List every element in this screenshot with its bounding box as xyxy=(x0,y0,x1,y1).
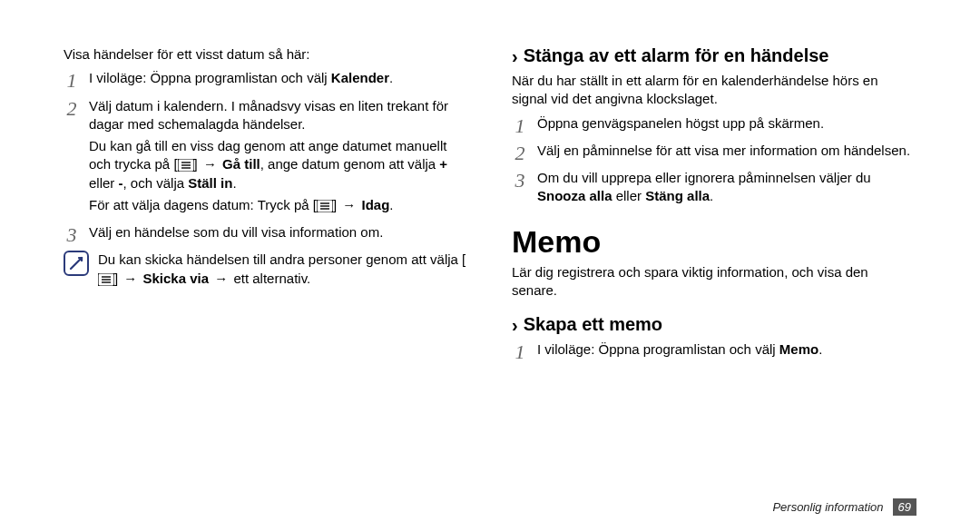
section-heading-memo: Memo xyxy=(512,224,916,260)
text: . xyxy=(389,70,393,85)
bold-ga-till: Gå till xyxy=(219,156,260,172)
arrow-icon: → xyxy=(340,197,358,212)
step-body: Välj en påminnelse för att visa mer info… xyxy=(537,142,910,163)
text: I viloläge: Öppna programlistan och välj xyxy=(89,70,331,85)
text: , ange datum genom att välja xyxy=(260,156,440,172)
chevron-right-icon: › xyxy=(512,315,518,336)
menu-icon xyxy=(98,273,114,286)
step-body: I viloläge: Öppna programlistan och välj… xyxy=(89,69,393,91)
text: Välj en påminnelse för att visa mer info… xyxy=(537,142,910,160)
step-1: 1 I viloläge: Öppna programlistan och vä… xyxy=(512,340,916,362)
text: För att välja dagens datum: Tryck på [ xyxy=(89,197,317,212)
text: . xyxy=(232,175,236,191)
text: . xyxy=(389,197,393,212)
text: . xyxy=(818,341,822,357)
step-number: 3 xyxy=(512,169,528,191)
step-3: 3 Välj en händelse som du vill visa info… xyxy=(64,223,468,245)
step-body: I viloläge: Öppna programlistan och välj… xyxy=(537,340,822,362)
note: Du kan skicka händelsen till andra perso… xyxy=(64,251,468,288)
text: , och välja xyxy=(123,175,189,191)
step-number: 1 xyxy=(64,69,80,91)
step-1: 1 Öppna genvägspanelen högst upp på skär… xyxy=(512,114,916,136)
bold-idag: Idag xyxy=(358,197,389,212)
page-body: Visa händelser för ett visst datum så hä… xyxy=(0,0,980,404)
bold-skicka-via: Skicka via xyxy=(139,271,209,286)
text: I viloläge: Öppna programlistan och välj xyxy=(537,341,779,357)
text: Välj en händelse som du vill visa inform… xyxy=(89,223,383,241)
step-number: 3 xyxy=(64,223,80,245)
step-body: Öppna genvägspanelen högst upp på skärme… xyxy=(537,114,824,136)
text: Välj datum i kalendern. I månadsvy visas… xyxy=(89,97,468,134)
text: . xyxy=(710,188,713,203)
heading-text: Stänga av ett alarm för en händelse xyxy=(524,45,829,66)
intro-text: Visa händelser för ett visst datum så hä… xyxy=(64,45,468,64)
bold-snooza: Snooza alla xyxy=(537,188,612,203)
text: eller xyxy=(89,175,119,191)
text: ett alternativ. xyxy=(233,271,310,286)
step-body: Om du vill upprepa eller ignorera påminn… xyxy=(537,169,916,210)
bold-plus: + xyxy=(439,156,447,172)
left-column: Visa händelser för ett visst datum så hä… xyxy=(64,45,468,368)
text: Du kan skicka händelsen till andra perso… xyxy=(98,251,466,267)
arrow-icon: → xyxy=(209,271,233,286)
section-heading-close-alarm: › Stänga av ett alarm för en händelse xyxy=(512,45,916,66)
bold-kalender: Kalender xyxy=(331,70,389,85)
step-number: 2 xyxy=(512,142,528,163)
text: Om du vill upprepa eller ignorera påminn… xyxy=(537,170,871,185)
menu-icon xyxy=(317,200,333,212)
step-body: Välj datum i kalendern. I månadsvy visas… xyxy=(89,97,468,219)
arrow-icon: → xyxy=(122,271,139,286)
chevron-right-icon: › xyxy=(512,46,518,67)
section-heading-create-memo: › Skapa ett memo xyxy=(512,314,916,335)
text: Öppna genvägspanelen högst upp på skärme… xyxy=(537,114,824,133)
text: eller xyxy=(612,188,646,203)
bold-memo: Memo xyxy=(779,341,818,357)
note-icon xyxy=(64,251,89,276)
note-body: Du kan skicka händelsen till andra perso… xyxy=(98,251,468,288)
bold-stall-in: Ställ in xyxy=(188,175,232,191)
step-1: 1 I viloläge: Öppna programlistan och vä… xyxy=(64,69,468,91)
arrow-icon: → xyxy=(201,156,219,172)
step-2: 2 Välj datum i kalendern. I månadsvy vis… xyxy=(64,97,468,219)
memo-body: Lär dig registrera och spara viktig info… xyxy=(512,263,916,300)
footer-label: Personlig information xyxy=(772,500,883,514)
step-body: Välj en händelse som du vill visa inform… xyxy=(89,223,383,245)
step-2: 2 Välj en påminnelse för att visa mer in… xyxy=(512,142,916,163)
step-3: 3 Om du vill upprepa eller ignorera påmi… xyxy=(512,169,916,210)
bold-stang: Stäng alla xyxy=(645,188,710,203)
page-number: 69 xyxy=(893,498,916,516)
step-number: 1 xyxy=(512,114,528,136)
text: ] xyxy=(194,156,201,172)
page-footer: Personlig information 69 xyxy=(772,498,916,516)
step-number: 1 xyxy=(512,340,528,362)
menu-icon xyxy=(178,159,194,172)
close-body: När du har ställt in ett alarm för en ka… xyxy=(512,72,916,109)
right-column: › Stänga av ett alarm för en händelse Nä… xyxy=(512,45,916,368)
heading-text: Skapa ett memo xyxy=(524,314,662,335)
step-number: 2 xyxy=(64,97,80,119)
